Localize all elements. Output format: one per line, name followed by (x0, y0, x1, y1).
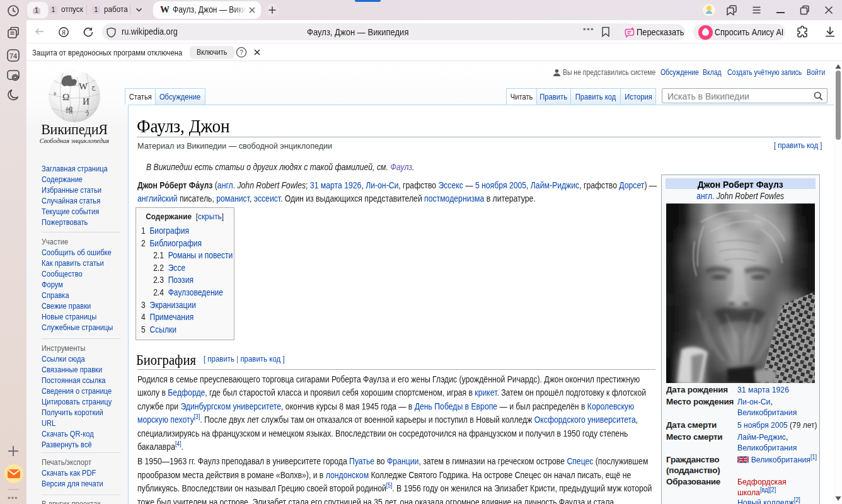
svg-text:?: ? (239, 49, 243, 56)
svg-text:W: W (79, 81, 88, 91)
svg-text:ぅ: ぅ (83, 108, 91, 117)
svg-text:Ω: Ω (62, 92, 69, 102)
svg-text:ج: ج (91, 83, 96, 91)
svg-text:ة: ة (54, 90, 57, 96)
svg-text:维: 维 (66, 106, 73, 115)
svg-text:И: И (83, 96, 89, 106)
svg-text:1: 1 (35, 6, 38, 14)
svg-text:74: 74 (9, 52, 17, 60)
svg-text:Я: Я (62, 30, 66, 36)
